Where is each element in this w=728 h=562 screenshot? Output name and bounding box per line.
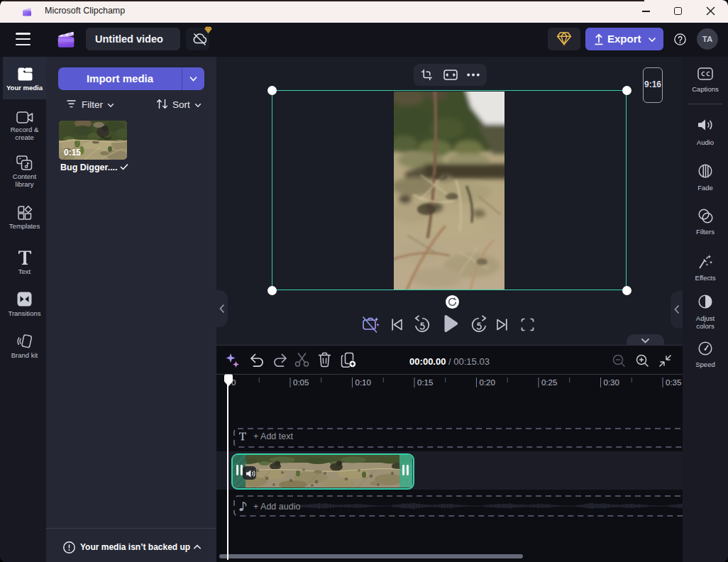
svg-text:0:20: 0:20 <box>480 378 495 387</box>
svg-text:0:25: 0:25 <box>541 378 557 387</box>
svg-text:0:15: 0:15 <box>417 378 433 387</box>
svg-text:0:35: 0:35 <box>666 378 681 387</box>
svg-text:0:10: 0:10 <box>355 378 371 387</box>
svg-text:0:05: 0:05 <box>293 378 309 387</box>
svg-text:0:30: 0:30 <box>604 378 619 387</box>
